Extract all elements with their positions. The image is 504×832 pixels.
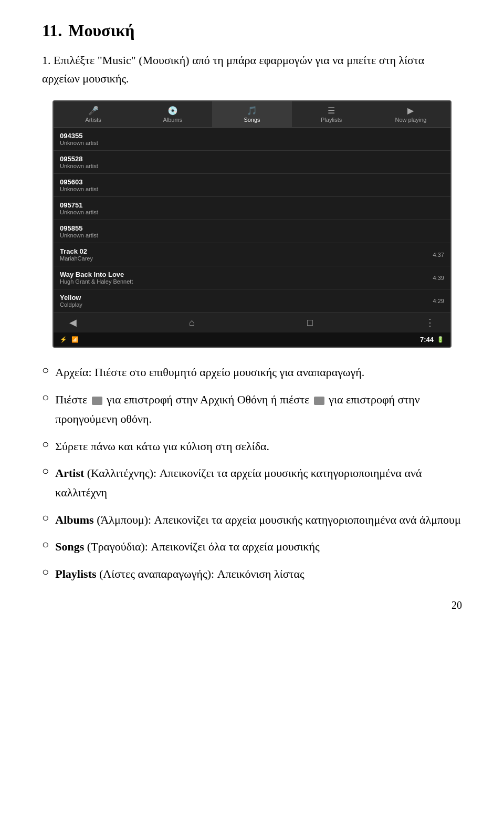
signal-icon: 📶 [71, 336, 79, 343]
song-info: 095751 Unknown artist [60, 201, 98, 215]
song-item[interactable]: Way Back Into Love Hugh Grant & Haley Be… [54, 266, 450, 289]
song-title: 095751 [60, 201, 98, 209]
bullet-circle: ○ [42, 511, 49, 529]
song-item[interactable]: 095855 Unknown artist [54, 220, 450, 243]
nav-button[interactable]: □ [307, 317, 313, 328]
status-left: ⚡ 📶 [60, 336, 79, 343]
tab-artists[interactable]: 🎤 Artists [54, 101, 133, 127]
song-list: 094355 Unknown artist 095528 Unknown art… [54, 128, 450, 313]
bullet-circle: ○ [42, 438, 49, 456]
song-info: Track 02 MariahCarey [60, 247, 93, 262]
usb-icon: ⚡ [60, 336, 67, 343]
tab-icon: 🎤 [88, 106, 99, 116]
bullet-text-files: Αρχεία: Πιέστε στο επιθυμητό αρχείο μουσ… [55, 362, 462, 382]
bullet-item-albums: ○ Albums (Άλμπουμ): Απεικονίζει τα αρχεί… [42, 510, 462, 529]
song-title: Yellow [60, 294, 82, 301]
song-title: 095603 [60, 178, 98, 186]
song-duration: 4:39 [433, 275, 444, 281]
bullet-circle: ○ [42, 538, 49, 556]
bullet-circle: ○ [42, 363, 49, 382]
bullet-text-artist: Artist (Καλλιτέχνης): Απεικονίζει τα αρχ… [55, 463, 462, 503]
bullet-circle: ○ [42, 565, 49, 584]
song-info: Way Back Into Love Hugh Grant & Haley Be… [60, 271, 133, 285]
page-title-number: 11. [42, 21, 62, 40]
song-artist: Coldplay [60, 301, 82, 308]
tab-label: Songs [244, 117, 260, 123]
status-right: 7:44 🔋 [420, 336, 444, 344]
song-title: Track 02 [60, 247, 93, 255]
tab-albums[interactable]: 💿 Albums [133, 101, 212, 127]
bullet-text-home-back: Πιέστε για επιστροφή στην Αρχική Οθόνη ή… [55, 390, 462, 429]
bullet-text-playlists: Playlists (Λίστες αναπαραγωγής): Απεικόν… [55, 564, 462, 584]
intro-paragraph: 1. Επιλέξτε "Music" (Μουσική) από τη μπά… [42, 51, 462, 88]
tab-label: Playlists [321, 117, 342, 123]
nav-bar: ◀⌂□⋮ [54, 313, 450, 332]
page-title-text: Μουσική [68, 21, 134, 40]
home-icon-inline [92, 397, 102, 405]
song-duration: 4:29 [433, 298, 444, 304]
bullet-item-home-back: ○ Πιέστε για επιστροφή στην Αρχική Οθόνη… [42, 390, 462, 429]
song-title: 094355 [60, 132, 98, 140]
song-artist: MariahCarey [60, 255, 93, 262]
tab-label: Albums [163, 117, 182, 123]
tab-label: Artists [85, 117, 101, 123]
page-number: 20 [42, 599, 462, 611]
song-info: 094355 Unknown artist [60, 132, 98, 146]
bullet-item-songs: ○ Songs (Τραγούδια): Απεικονίζει όλα τα … [42, 537, 462, 556]
tab-icon: ☰ [328, 106, 335, 116]
tab-icon: 🎵 [247, 106, 257, 116]
song-item[interactable]: 094355 Unknown artist [54, 128, 450, 151]
song-item[interactable]: 095751 Unknown artist [54, 197, 450, 220]
song-item[interactable]: 095603 Unknown artist [54, 174, 450, 197]
bullet-text-scroll: Σύρετε πάνω και κάτω για κύλιση στη σελί… [55, 436, 462, 456]
song-title: 095855 [60, 224, 98, 232]
tab-label: Now playing [395, 117, 426, 123]
tab-playlists[interactable]: ☰ Playlists [292, 101, 371, 127]
bullet-item-playlists: ○ Playlists (Λίστες αναπαραγωγής): Απεικ… [42, 564, 462, 584]
bullet-item-artist: ○ Artist (Καλλιτέχνης): Απεικονίζει τα α… [42, 463, 462, 503]
song-item[interactable]: Yellow Coldplay 4:29 [54, 289, 450, 313]
tab-now-playing[interactable]: ▶ Now playing [371, 101, 450, 127]
song-artist: Unknown artist [60, 232, 98, 238]
song-artist: Hugh Grant & Haley Bennett [60, 278, 133, 285]
bullet-circle: ○ [42, 464, 49, 503]
song-artist: Unknown artist [60, 209, 98, 215]
bullet-item-scroll: ○ Σύρετε πάνω και κάτω για κύλιση στη σε… [42, 436, 462, 456]
battery-icon: 🔋 [437, 336, 444, 343]
tab-icon: ▶ [407, 106, 414, 116]
song-info: Yellow Coldplay [60, 294, 82, 308]
music-app-screenshot: 🎤 Artists💿 Albums🎵 Songs☰ Playlists▶ Now… [52, 100, 452, 348]
tab-icon: 💿 [167, 106, 178, 116]
song-title: 095528 [60, 155, 98, 163]
song-info: 095855 Unknown artist [60, 224, 98, 238]
nav-button[interactable]: ◀ [69, 317, 77, 328]
bullet-item-files: ○ Αρχεία: Πιέστε στο επιθυμητό αρχείο μο… [42, 362, 462, 382]
bullet-text-songs: Songs (Τραγούδια): Απεικονίζει όλα τα αρ… [55, 537, 462, 556]
song-artist: Unknown artist [60, 186, 98, 192]
tab-songs[interactable]: 🎵 Songs [212, 101, 291, 127]
back-icon-inline [314, 397, 324, 405]
song-item[interactable]: Track 02 MariahCarey 4:37 [54, 243, 450, 266]
bullet-list: ○ Αρχεία: Πιέστε στο επιθυμητό αρχείο μο… [42, 362, 462, 584]
bullet-text-albums: Albums (Άλμπουμ): Απεικονίζει τα αρχεία … [55, 510, 462, 529]
song-artist: Unknown artist [60, 140, 98, 146]
song-info: 095603 Unknown artist [60, 178, 98, 192]
tab-bar: 🎤 Artists💿 Albums🎵 Songs☰ Playlists▶ Now… [54, 101, 450, 128]
status-bar: ⚡ 📶 7:44 🔋 [54, 332, 450, 347]
nav-button[interactable]: ⋮ [425, 317, 435, 328]
song-item[interactable]: 095528 Unknown artist [54, 151, 450, 174]
status-time: 7:44 [420, 336, 434, 344]
song-artist: Unknown artist [60, 163, 98, 169]
bullet-circle: ○ [42, 391, 49, 429]
song-title: Way Back Into Love [60, 271, 133, 278]
song-info: 095528 Unknown artist [60, 155, 98, 169]
nav-button[interactable]: ⌂ [189, 317, 195, 328]
song-duration: 4:37 [433, 252, 444, 258]
